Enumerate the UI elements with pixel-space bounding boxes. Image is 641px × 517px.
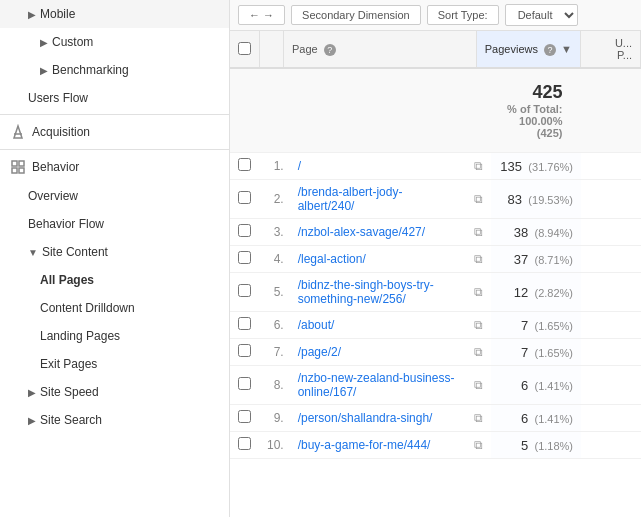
copy-icon: ⧉ [474, 438, 483, 452]
sidebar-item-label: Mobile [40, 7, 75, 21]
copy-icon-cell[interactable]: ⧉ [466, 432, 491, 459]
copy-icon-cell[interactable]: ⧉ [466, 219, 491, 246]
page-help-icon[interactable]: ? [324, 44, 336, 56]
row-pageviews: 83 (19.53%) [491, 180, 581, 219]
row-page[interactable]: /page/2/ [290, 339, 466, 366]
row-checkbox[interactable] [238, 251, 251, 264]
pageviews-pct: (1.65%) [534, 320, 573, 332]
row-pageviews: 6 (1.41%) [491, 405, 581, 432]
copy-icon-cell[interactable]: ⧉ [466, 153, 491, 180]
summary-pct-label: % of Total: [494, 103, 562, 115]
row-page[interactable]: / [290, 153, 466, 180]
row-num: 7. [259, 339, 290, 366]
row-checkbox[interactable] [238, 377, 251, 390]
row-pageviews: 7 (1.65%) [491, 312, 581, 339]
row-checkbox[interactable] [238, 158, 251, 171]
arrow-icon [40, 37, 48, 48]
row-checkbox[interactable] [238, 224, 251, 237]
row-unique [581, 219, 641, 246]
row-pageviews: 37 (8.71%) [491, 246, 581, 273]
sidebar-item-site-speed[interactable]: Site Speed [0, 378, 229, 406]
row-num: 6. [259, 312, 290, 339]
row-page[interactable]: /person/shallandra-singh/ [290, 405, 466, 432]
table-row: 7. /page/2/ ⧉ 7 (1.65%) [230, 339, 641, 366]
top-bar: ← → Secondary Dimension Sort Type: Defau… [230, 0, 641, 31]
sidebar-item-all-pages[interactable]: All Pages [0, 266, 229, 294]
sidebar-item-custom[interactable]: Custom [0, 28, 229, 56]
row-checkbox[interactable] [238, 317, 251, 330]
copy-icon: ⧉ [474, 345, 483, 359]
sidebar-item-mobile[interactable]: Mobile [0, 0, 229, 28]
sidebar-item-behavior-flow[interactable]: Behavior Flow [0, 210, 229, 238]
copy-icon: ⧉ [474, 159, 483, 173]
table-row: 6. /about/ ⧉ 7 (1.65%) [230, 312, 641, 339]
pageviews-number: 12 [514, 285, 528, 300]
copy-icon-cell[interactable]: ⧉ [466, 405, 491, 432]
copy-icon-cell[interactable]: ⧉ [466, 180, 491, 219]
sidebar-item-behavior[interactable]: Behavior [0, 152, 229, 182]
row-page[interactable]: /bidnz-the-singh-boys-try-something-new/… [290, 273, 466, 312]
row-unique [581, 312, 641, 339]
row-page[interactable]: /legal-action/ [290, 246, 466, 273]
row-checkbox[interactable] [238, 284, 251, 297]
row-checkbox[interactable] [238, 437, 251, 450]
row-page[interactable]: /nzbo-new-zealand-business-online/167/ [290, 366, 466, 405]
row-num: 4. [259, 246, 290, 273]
arrow-icon [28, 387, 36, 398]
sidebar-item-overview[interactable]: Overview [0, 182, 229, 210]
pageviews-number: 7 [521, 318, 528, 333]
sidebar-item-label: All Pages [40, 273, 94, 287]
row-checkbox-cell [230, 312, 259, 339]
row-page[interactable]: /brenda-albert-jody-albert/240/ [290, 180, 466, 219]
pageviews-number: 6 [521, 411, 528, 426]
row-unique [581, 273, 641, 312]
copy-icon-cell[interactable]: ⧉ [466, 339, 491, 366]
row-checkbox-cell [230, 273, 259, 312]
nav-button[interactable]: ← → [238, 5, 285, 25]
row-page[interactable]: /buy-a-game-for-me/444/ [290, 432, 466, 459]
sort-type-button[interactable]: Sort Type: [427, 5, 499, 25]
row-pageviews: 38 (8.94%) [491, 219, 581, 246]
behavior-icon [10, 159, 26, 175]
sort-type-label: Sort Type: [438, 9, 488, 21]
sidebar-item-users-flow[interactable]: Users Flow [0, 84, 229, 112]
pageviews-number: 7 [521, 345, 528, 360]
copy-icon-cell[interactable]: ⧉ [466, 246, 491, 273]
copy-icon-cell[interactable]: ⧉ [466, 273, 491, 312]
row-num: 5. [259, 273, 290, 312]
row-page[interactable]: /about/ [290, 312, 466, 339]
pageviews-number: 5 [521, 438, 528, 453]
summary-unique-cell [581, 68, 641, 153]
sidebar-item-site-content[interactable]: Site Content [0, 238, 229, 266]
sidebar-item-benchmarking[interactable]: Benchmarking [0, 56, 229, 84]
row-checkbox-cell [230, 180, 259, 219]
sidebar-item-site-search[interactable]: Site Search [0, 406, 229, 434]
svg-rect-4 [12, 168, 17, 173]
sidebar-item-exit-pages[interactable]: Exit Pages [0, 350, 229, 378]
table-row: 2. /brenda-albert-jody-albert/240/ ⧉ 83 … [230, 180, 641, 219]
sidebar-item-label: Acquisition [32, 125, 90, 139]
pageviews-pct: (1.41%) [534, 413, 573, 425]
sidebar-item-landing-pages[interactable]: Landing Pages [0, 322, 229, 350]
secondary-dimension-button[interactable]: Secondary Dimension [291, 5, 421, 25]
svg-rect-3 [19, 161, 24, 166]
row-num: 2. [259, 180, 290, 219]
sidebar-item-label: Site Content [42, 245, 108, 259]
copy-icon-cell[interactable]: ⧉ [466, 312, 491, 339]
select-all-checkbox[interactable] [238, 42, 251, 55]
copy-icon-cell[interactable]: ⧉ [466, 366, 491, 405]
sidebar-item-content-drilldown[interactable]: Content Drilldown [0, 294, 229, 322]
pageviews-help-icon[interactable]: ? [544, 44, 556, 56]
sort-type-dropdown[interactable]: Default [505, 4, 578, 26]
sidebar-item-acquisition[interactable]: Acquisition [0, 117, 229, 147]
row-pageviews: 135 (31.76%) [491, 153, 581, 180]
row-checkbox[interactable] [238, 344, 251, 357]
acquisition-icon [10, 124, 26, 140]
row-pageviews: 5 (1.18%) [491, 432, 581, 459]
row-unique [581, 432, 641, 459]
sidebar: Mobile Custom Benchmarking Users Flow Ac… [0, 0, 230, 517]
row-checkbox[interactable] [238, 191, 251, 204]
row-checkbox[interactable] [238, 410, 251, 423]
row-page[interactable]: /nzbol-alex-savage/427/ [290, 219, 466, 246]
main-content: ← → Secondary Dimension Sort Type: Defau… [230, 0, 641, 517]
